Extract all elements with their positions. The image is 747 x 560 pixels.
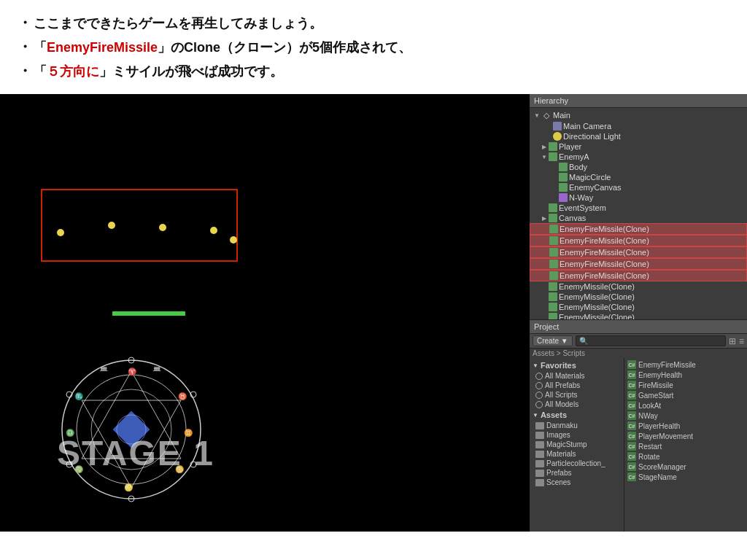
svg-text:♌: ♌	[124, 483, 133, 492]
script-icon-2: C#	[627, 370, 636, 379]
hierarchy-item-nway[interactable]: N-Way	[530, 192, 747, 203]
hierarchy-item-body[interactable]: Body	[530, 162, 747, 172]
project-item-all-models[interactable]: All Models	[530, 400, 624, 409]
hierarchy-item-player[interactable]: ▶ Player	[530, 141, 747, 152]
project-item-scenes[interactable]: Scenes	[530, 478, 624, 487]
hierarchy-item-enemya[interactable]: ▼ EnemyA	[530, 152, 747, 162]
hierarchy-item-enemymissile-1[interactable]: EnemyMissile(Clone)	[530, 281, 747, 292]
assets-arrow: ▼	[533, 412, 538, 419]
script-item-lookat[interactable]: C# LookAt	[624, 400, 747, 411]
svg-text:ᚙ: ᚙ	[99, 366, 108, 374]
project-title: Project	[534, 322, 559, 331]
hierarchy-item-enemyfiremissile-2[interactable]: EnemyFireMissile(Clone)	[530, 235, 747, 246]
project-item-all-prefabs[interactable]: All Prefabs	[530, 381, 624, 390]
missile-dot-1	[57, 229, 64, 236]
magic-circle-svg: ♈ ♉ ♊ ♋ ♌ ♍ ♎ ♏ ᚙ ᚙ	[58, 357, 204, 502]
script-item-scoremanager[interactable]: C# ScoreManager	[624, 462, 747, 472]
icon-btn-2[interactable]: ≡	[739, 336, 744, 346]
script-item-firemissile[interactable]: C# FireMissile	[624, 380, 747, 390]
hierarchy-item-enemyfiremissile-1[interactable]: EnemyFireMissile(Clone)	[530, 223, 747, 235]
project-left-panel: ▼ Favorites All Materials All Prefabs Al…	[530, 358, 624, 532]
script-item-playermovement[interactable]: C# PlayerMovement	[624, 431, 747, 441]
line3-highlight: ５方向に	[47, 63, 99, 80]
canvas-icon	[549, 214, 557, 222]
hierarchy-panel: Hierarchy ▼ ◇ Main Main Camera	[530, 94, 747, 320]
materials-folder	[535, 451, 544, 458]
project-item-particlecollection[interactable]: Particlecollection_	[530, 459, 624, 468]
project-item-images[interactable]: Images	[530, 430, 624, 440]
magicstump-folder	[535, 441, 544, 448]
svg-text:♏: ♏	[74, 392, 84, 401]
hierarchy-item-eventsystem[interactable]: EventSystem	[530, 203, 747, 213]
hierarchy-item-directional-light[interactable]: Directional Light	[530, 131, 747, 141]
script-item-restart[interactable]: C# Restart	[624, 441, 747, 451]
hierarchy-header: Hierarchy	[530, 94, 747, 108]
breadcrumb: Assets > Scripts	[530, 349, 747, 358]
hierarchy-item-enemymissile-2[interactable]: EnemyMissile(Clone)	[530, 292, 747, 302]
script-icon-12: C#	[627, 472, 636, 481]
missile-dot-4	[210, 227, 217, 234]
project-item-all-scripts[interactable]: All Scripts	[530, 390, 624, 400]
emf3-icon	[549, 248, 558, 257]
all-materials-icon	[535, 373, 543, 380]
project-item-prefabs[interactable]: Prefabs	[530, 468, 624, 478]
hierarchy-item-enemyfiremissile-3[interactable]: EnemyFireMissile(Clone)	[530, 246, 747, 258]
script-icon-4: C#	[627, 391, 636, 400]
images-folder	[535, 432, 544, 439]
script-item-enemyhealth[interactable]: C# EnemyHealth	[624, 370, 747, 380]
eventsystem-icon	[549, 203, 557, 212]
camera-icon	[553, 122, 562, 131]
script-icon-8: C#	[627, 432, 636, 440]
project-panel: Project Create ▼ ⊞ ≡ Assets > Scripts ▼ …	[530, 320, 747, 532]
em2-icon	[549, 292, 557, 301]
hierarchy-item-enemycanvas[interactable]: EnemyCanvas	[530, 182, 747, 192]
line1-text: ここまでできたらゲームを再生してみましょう。	[34, 15, 322, 32]
hierarchy-item-canvas[interactable]: ▶ Canvas	[530, 213, 747, 223]
line2-before: 「	[34, 39, 47, 56]
project-item-danmaku[interactable]: Danmaku	[530, 421, 624, 430]
script-item-nway[interactable]: C# NWay	[624, 411, 747, 421]
player-arrow: ▶	[540, 142, 549, 151]
script-item-rotate[interactable]: C# Rotate	[624, 451, 747, 462]
svg-text:ᚙ: ᚙ	[152, 366, 161, 374]
player-icon	[549, 142, 557, 151]
script-icon-7: C#	[627, 421, 636, 430]
scenes-folder	[535, 479, 544, 486]
create-button[interactable]: Create ▼	[533, 335, 573, 346]
hierarchy-item-enemymissile-4[interactable]: EnemyMissile(Clone)	[530, 312, 747, 320]
player-bar	[112, 311, 185, 316]
project-item-all-materials[interactable]: All Materials	[530, 371, 624, 381]
hierarchy-item-enemyfiremissile-4[interactable]: EnemyFireMissile(Clone)	[530, 258, 747, 270]
script-item-playerhealth[interactable]: C# PlayerHealth	[624, 421, 747, 431]
em1-icon	[549, 282, 557, 291]
enemya-icon	[549, 152, 557, 161]
script-item-gamestart[interactable]: C# GameStart	[624, 390, 747, 400]
collapse-arrow-main: ▼	[533, 111, 541, 120]
hierarchy-item-main-camera[interactable]: Main Camera	[530, 121, 747, 131]
script-icon-10: C#	[627, 452, 636, 461]
section-icon: ◇	[541, 110, 551, 120]
missile-dot-3	[159, 224, 166, 231]
hierarchy-item-magiccircle[interactable]: MagicCircle	[530, 172, 747, 182]
emf1-icon	[549, 225, 558, 233]
script-item-enemyfiremissile[interactable]: C# EnemyFireMissile	[624, 359, 747, 370]
script-item-stagename[interactable]: C# StageName	[624, 472, 747, 482]
hierarchy-content: ▼ ◇ Main Main Camera Directional Light	[530, 108, 747, 320]
script-icon-5: C#	[627, 401, 636, 410]
main-content: ♈ ♉ ♊ ♋ ♌ ♍ ♎ ♏ ᚙ ᚙ STAGE 1	[0, 94, 747, 532]
danmaku-folder	[535, 422, 544, 429]
emf4-icon	[549, 260, 558, 268]
emf2-icon	[549, 236, 558, 245]
project-item-magicstump[interactable]: MagicStump	[530, 440, 624, 449]
svg-text:♈: ♈	[128, 367, 137, 376]
project-item-materials[interactable]: Materials	[530, 449, 624, 459]
hierarchy-item-main[interactable]: ▼ ◇ Main	[530, 109, 747, 121]
project-search[interactable]	[576, 335, 726, 346]
hierarchy-item-enemyfiremissile-5[interactable]: EnemyFireMissile(Clone)	[530, 270, 747, 281]
icon-btn-1[interactable]: ⊞	[729, 336, 736, 346]
hierarchy-item-enemymissile-3[interactable]: EnemyMissile(Clone)	[530, 302, 747, 312]
game-viewport: ♈ ♉ ♊ ♋ ♌ ♍ ♎ ♏ ᚙ ᚙ STAGE 1	[0, 94, 530, 532]
script-icon-1: C#	[627, 360, 636, 369]
all-prefabs-icon	[535, 382, 543, 389]
svg-text:♉: ♉	[178, 392, 187, 401]
